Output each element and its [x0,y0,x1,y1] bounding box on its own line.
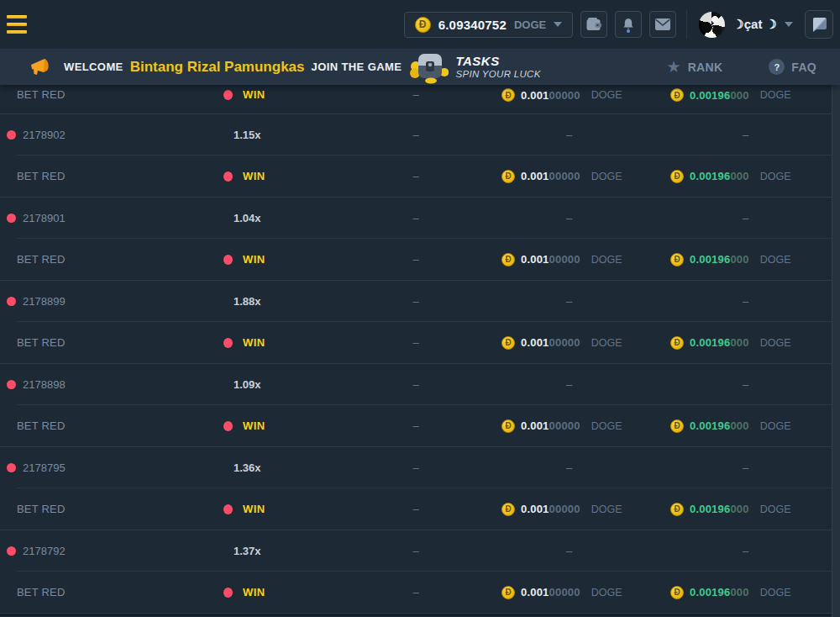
multiplier: 1.04x [234,212,261,224]
treasure-chest-icon [410,50,449,84]
doge-coin-icon: Đ [415,17,431,33]
bet-group: 2178898 1.09x – – – BET RED WIN – Đ 0.00… [0,364,840,447]
result-badge: WIN [243,503,265,515]
bet-amount: 0.001 [521,503,549,515]
doge-coin-icon: Đ [501,586,515,599]
result-badge: WIN [243,336,265,349]
doge-coin-icon: Đ [670,170,684,183]
result-badge: WIN [243,419,265,432]
bet-id: 2178898 [23,378,66,391]
menu-icon[interactable] [7,12,35,37]
table-row-bet[interactable]: BET RED WIN – Đ 0.00100000 DOGE Đ 0.0019… [0,572,840,613]
table-bottom-edge [0,614,840,616]
red-dot-icon [223,338,233,348]
doge-coin-icon: Đ [670,419,684,433]
faq-link[interactable]: ? FAQ [769,59,816,75]
doge-coin-icon: Đ [501,88,515,102]
profit-amount: 0.00196 [690,336,730,349]
welcome-suffix: JOIN THE GAME [312,61,402,73]
red-dot-icon [7,297,16,306]
table-row-bet-id[interactable]: 2178898 1.09x – – – [0,364,840,405]
multiplier: 1.36x [234,461,261,474]
tasks-link[interactable]: TASKS SPIN YOUR LUCK [410,50,540,84]
bet-label: BET RED [17,419,66,432]
megaphone-icon [29,57,52,77]
profit-amount: 0.00196 [690,503,730,515]
bet-group: 2178902 1.15x – – – BET RED WIN – Đ 0.00… [0,114,840,198]
table-row-bet[interactable]: BET RED WIN – Đ 0.00100000 DOGE Đ 0.0019… [0,239,840,280]
caret-down-icon [554,22,562,27]
table-row-bet[interactable]: BET RED WIN – Đ 0.00100000 DOGE Đ 0.0019… [0,156,840,197]
doge-coin-icon: Đ [670,586,684,599]
wallet-icon [586,18,601,31]
bet-group: 2178795 1.36x – – – BET RED WIN – Đ 0.00… [0,447,840,530]
currency-label: DOGE [591,420,622,432]
bet-amount: 0.001 [521,170,549,182]
balance-selector[interactable]: Đ 6.09340752 DOGE [404,12,574,38]
table-row-bet-partial[interactable]: BET RED WIN – Đ 0.00100000 DOGE Đ 0.0019… [0,85,840,114]
currency-label: DOGE [760,337,791,349]
red-dot-icon [7,380,16,389]
multiplier: 1.88x [234,295,261,308]
red-dot-icon [223,171,233,182]
star-icon: ★ [667,59,681,75]
rank-link[interactable]: ★ RANK [667,59,723,75]
bet-label: BET RED [17,88,66,101]
bets-table: BET RED WIN – Đ 0.00100000 DOGE Đ 0.0019… [0,85,840,617]
table-row-bet-id[interactable]: 2178899 1.88x – – – [0,281,840,322]
red-dot-icon [7,546,16,556]
currency-label: DOGE [591,89,622,101]
table-row-bet-id[interactable]: 2178901 1.04x – – – [0,198,840,239]
doge-coin-icon: Đ [501,336,515,350]
tasks-subtitle: SPIN YOUR LUCK [455,69,540,80]
currency-label: DOGE [760,171,791,182]
wallet-button[interactable] [580,11,607,38]
bet-group: 2178899 1.88x – – – BET RED WIN – Đ 0.00… [0,281,840,364]
notification-badge [627,29,630,33]
balance-currency: DOGE [514,18,546,31]
bet-amount: 0.001 [521,586,549,599]
caret-down-icon [785,22,793,27]
doge-coin-icon: Đ [501,253,515,266]
empty-value: – [412,88,418,101]
multiplier: 1.15x [234,129,261,141]
table-row-bet-id[interactable]: 2178792 1.37x – – – [0,530,840,572]
table-row-bet-id[interactable]: 2178795 1.36x – – – [0,447,840,488]
tasks-title: TASKS [455,54,540,68]
bet-id: 2178795 [23,461,66,474]
currency-label: DOGE [760,587,791,599]
currency-label: DOGE [760,504,791,515]
currency-label: DOGE [591,254,622,266]
doge-coin-icon: Đ [501,503,515,516]
faq-label: FAQ [791,61,816,74]
table-row-bet[interactable]: BET RED WIN – Đ 0.00100000 DOGE Đ 0.0019… [0,322,840,363]
table-row-bet[interactable]: BET RED WIN – Đ 0.00100000 DOGE Đ 0.0019… [0,405,840,446]
bet-id: 2178901 [23,212,66,224]
red-dot-icon [7,130,16,140]
table-row-bet[interactable]: BET RED WIN – Đ 0.00100000 DOGE Đ 0.0019… [0,488,840,530]
table-row-bet-id[interactable]: 2178902 1.15x – – – [0,114,840,156]
bet-id: 2178792 [23,545,66,557]
chat-toggle-button[interactable] [805,10,833,39]
currency-label: DOGE [760,420,791,432]
bet-amount: 0.001 [521,253,549,266]
red-dot-icon [223,504,233,514]
red-dot-icon [223,255,233,265]
doge-coin-icon: Đ [501,170,515,183]
result-badge: WIN [243,170,265,182]
notifications-button[interactable] [615,11,642,38]
profit-amount: 0.00196 [690,419,730,432]
balance-amount: 6.09340752 [438,18,507,32]
user-menu[interactable]: ☽çat ☽ [699,12,793,38]
multiplier: 1.37x [234,545,261,557]
profit-amount: 0.00196 [690,586,730,599]
bet-amount: 0.001 [521,89,549,102]
scrollbar-track[interactable] [832,85,840,617]
bet-label: BET RED [17,503,66,515]
red-dot-icon [7,463,16,472]
bet-group: 2178901 1.04x – – – BET RED WIN – Đ 0.00… [0,198,840,281]
welcome-message: WELCOME Bintang Rizal Pamungkas JOIN THE… [29,57,402,77]
bet-label: BET RED [17,253,66,266]
messages-button[interactable] [649,11,676,38]
bet-amount: 0.001 [521,336,549,349]
